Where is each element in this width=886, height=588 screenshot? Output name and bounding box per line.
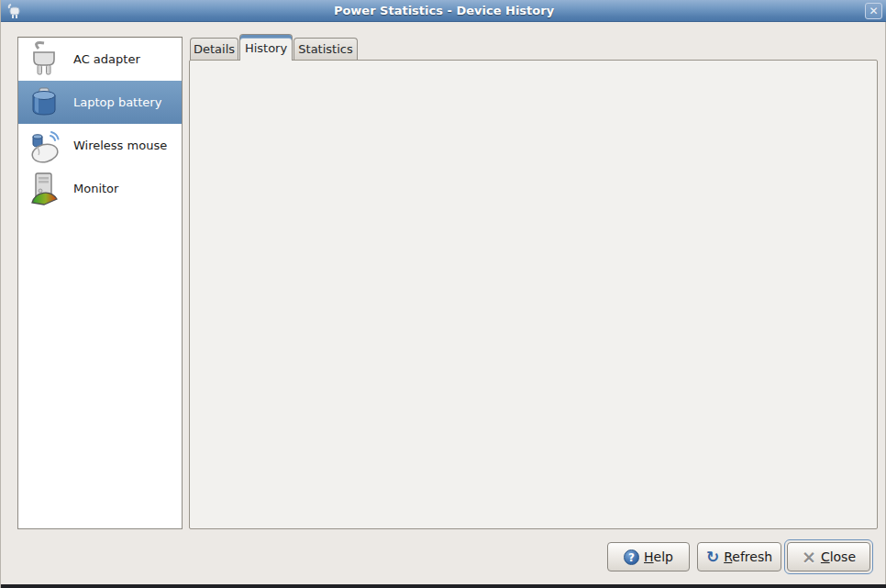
device-label: Monitor [73, 182, 118, 195]
device-list: AC adapter Laptop battery Wireless mouse [17, 37, 183, 529]
refresh-button[interactable]: ↻ Refresh [697, 542, 781, 571]
device-label: Laptop battery [73, 95, 161, 109]
help-icon: ? [624, 549, 639, 565]
tab-statistics[interactable]: Statistics [293, 38, 358, 61]
device-row-monitor[interactable]: Monitor [18, 167, 182, 210]
history-tab-panel [189, 60, 878, 529]
device-row-ac-adapter[interactable]: AC adapter [18, 38, 182, 81]
close-button-label: Close [821, 549, 856, 564]
wireless-mouse-icon [26, 128, 62, 164]
device-label: Wireless mouse [73, 139, 167, 152]
window-bottom-edge [1, 584, 886, 588]
refresh-button-label: Refresh [724, 549, 772, 564]
help-button-label: Help [644, 549, 673, 564]
close-button-focus-ring: × Close [784, 539, 873, 574]
device-row-wireless-mouse[interactable]: Wireless mouse [18, 124, 182, 167]
monitor-icon [26, 171, 62, 207]
window-title: Power Statistics - Device History [1, 4, 886, 17]
refresh-icon: ↻ [706, 549, 719, 565]
help-button[interactable]: ? Help [607, 542, 690, 571]
tab-history[interactable]: History [239, 34, 293, 61]
device-row-laptop-battery[interactable]: Laptop battery [18, 81, 182, 124]
titlebar[interactable]: Power Statistics - Device History ✕ [1, 0, 886, 22]
close-window-icon[interactable]: ✕ [865, 3, 882, 19]
close-icon: × [802, 549, 816, 565]
device-label: AC adapter [73, 52, 140, 66]
power-statistics-window: Power Statistics - Device History ✕ AC a… [0, 0, 886, 588]
close-button[interactable]: × Close [787, 542, 870, 571]
ac-adapter-icon [26, 41, 62, 78]
tab-details[interactable]: Details [190, 38, 238, 61]
laptop-battery-icon [26, 84, 62, 121]
